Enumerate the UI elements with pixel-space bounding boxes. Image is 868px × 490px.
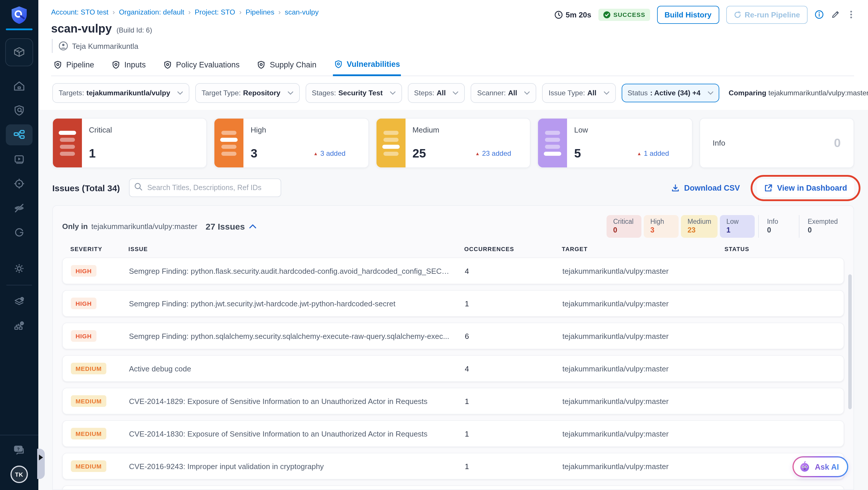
filter-dropdown[interactable]: Scanner: All	[471, 83, 536, 103]
download-csv-button[interactable]: Download CSV	[671, 183, 740, 192]
breadcrumb-link[interactable]: scan-vulpy	[285, 8, 319, 16]
occurrences-count: 6	[465, 332, 562, 340]
severity-chip[interactable]: Exempted 0	[799, 215, 844, 238]
severity-card-name: Low	[574, 126, 588, 134]
edit-pipeline-button[interactable]	[831, 10, 840, 19]
breadcrumb-link[interactable]: Pipelines	[245, 8, 274, 16]
severity-card-count: 3	[251, 147, 257, 160]
tab[interactable]: Supply Chain	[256, 58, 318, 75]
issue-row[interactable]: MEDIUM Active debug code 4 tejakummariku…	[62, 355, 844, 382]
ask-ai-button[interactable]: Ask AI	[793, 456, 848, 477]
tab[interactable]: Pipeline	[52, 58, 95, 75]
build-history-button[interactable]: Build History	[657, 5, 719, 24]
filter-value: All	[508, 89, 517, 97]
issues-table-body: HIGH Semgrep Finding: python.flask.secur…	[62, 257, 844, 490]
issue-row[interactable]: MEDIUM	[62, 485, 844, 490]
severity-level-bar	[376, 119, 406, 167]
issue-row[interactable]: MEDIUM CVE-2014-1829: Exposure of Sensit…	[62, 388, 844, 415]
chip-value: 0	[613, 226, 635, 234]
severity-card-count: 5	[574, 147, 581, 160]
sidebar-item-executions[interactable]	[6, 149, 33, 170]
filter-value: Security Test	[338, 89, 383, 97]
view-in-dashboard-button[interactable]: View in Dashboard	[764, 183, 847, 192]
sidebar-item-pipelines[interactable]	[6, 124, 33, 145]
filter-dropdown[interactable]: Steps: All	[408, 83, 465, 103]
chip-label: Critical	[613, 218, 635, 225]
main-area: Account: STO test › Organization: defaul…	[38, 0, 868, 490]
severity-level-bar	[538, 119, 567, 167]
breadcrumb-link[interactable]: Project: STO	[195, 8, 235, 16]
pipelines-icon	[13, 128, 26, 141]
more-options-button[interactable]	[847, 10, 855, 19]
breadcrumb-separator-icon: ›	[278, 8, 281, 16]
help-button[interactable]: ?	[12, 443, 26, 456]
severity-chip[interactable]: Low 1	[720, 215, 755, 238]
triangle-up-icon: ▲	[637, 151, 642, 156]
triggered-by-name[interactable]: Teja Kummarikuntla	[72, 41, 138, 50]
title-row: scan-vulpy (Build Id: 6)	[51, 22, 854, 35]
issue-row[interactable]: HIGH Semgrep Finding: python.jwt.securit…	[62, 290, 844, 317]
module-indicator-bar	[6, 29, 33, 30]
added-count: 1 added	[644, 149, 669, 157]
severity-card-name: High	[251, 126, 267, 134]
refresh-icon	[734, 11, 741, 18]
comparing-label: Comparing	[728, 89, 766, 97]
severity-badge: HIGH	[71, 265, 96, 277]
tab[interactable]: Inputs	[111, 58, 147, 75]
chip-value: 23	[688, 226, 711, 234]
filter-dropdown[interactable]: Stages: Security Test	[305, 83, 402, 103]
added-count: 23 added	[482, 149, 511, 157]
user-avatar[interactable]: TK	[10, 466, 28, 483]
filter-label: Status	[627, 89, 648, 97]
sidebar-item-org-setup[interactable]	[6, 316, 33, 337]
severity-added-indicator: ▲ 3 added	[313, 149, 346, 157]
filter-dropdown[interactable]: Issue Type: All	[542, 83, 616, 103]
nav-icons	[6, 72, 33, 337]
issue-row[interactable]: HIGH Semgrep Finding: python.sqlalchemy.…	[62, 323, 844, 349]
severity-summary-row: Critical 1 High 3	[52, 118, 854, 168]
issue-row[interactable]: MEDIUM CVE-2016-9243: Improper input val…	[62, 453, 844, 480]
sidebar-item-scans[interactable]	[6, 100, 33, 121]
filter-label: Issue Type:	[549, 89, 585, 97]
sidebar-item-home[interactable]	[6, 75, 33, 96]
pipeline-info-button[interactable]	[814, 10, 824, 19]
severity-chip[interactable]: Info 0	[758, 215, 795, 238]
only-in-label: Only in	[62, 222, 88, 231]
severity-chip[interactable]: Medium 23	[681, 215, 718, 238]
sidebar-item-exemptions[interactable]	[6, 197, 33, 219]
tab[interactable]: Policy Evaluations	[162, 58, 241, 75]
group-issue-count[interactable]: 27 Issues	[206, 221, 256, 231]
issue-target: tejakummarikuntla/vulpy:master	[562, 364, 725, 373]
issues-search	[129, 179, 281, 197]
chip-label: Info	[767, 218, 789, 225]
filter-dropdown[interactable]: Targets: tejakummarikuntla/vulpy	[52, 83, 189, 103]
sidebar-collapse-handle[interactable]	[37, 449, 45, 479]
issues-toolbar: Issues (Total 34)	[52, 179, 854, 197]
severity-chip[interactable]: High 3	[644, 215, 679, 238]
issue-target: tejakummarikuntla/vulpy:master	[562, 397, 725, 405]
breadcrumb-link[interactable]: Organization: default	[119, 8, 184, 16]
filter-dropdown[interactable]: Target Type: Repository	[195, 83, 300, 103]
severity-chip[interactable]: Critical 0	[607, 215, 642, 238]
triggered-by: Teja Kummarikuntla	[52, 39, 854, 53]
chevron-down-icon	[453, 91, 459, 95]
harness-sto-logo[interactable]	[6, 6, 33, 30]
issues-scrollbar-thumb[interactable]	[848, 274, 852, 409]
sidebar-item-monitoring[interactable]	[6, 222, 33, 243]
sidebar-item-project-setup[interactable]	[6, 291, 33, 312]
issue-row[interactable]: HIGH Semgrep Finding: python.flask.secur…	[62, 257, 844, 284]
filter-dropdown[interactable]: Status : Active (34) +4	[621, 84, 719, 102]
issue-title: CVE-2014-1829: Exposure of Sensitive Inf…	[129, 397, 465, 405]
help-chat-icon: ?	[12, 443, 26, 456]
breadcrumb-link[interactable]: Account: STO test	[51, 8, 108, 16]
sidebar-item-targets[interactable]	[6, 173, 33, 194]
sidebar-item-settings[interactable]	[6, 258, 33, 279]
module-selector-button[interactable]	[5, 38, 33, 66]
search-input[interactable]	[129, 179, 281, 197]
rerun-pipeline-button[interactable]: Re-run Pipeline	[726, 5, 808, 24]
build-id: (Build Id: 6)	[117, 26, 152, 34]
occurrences-count: 1	[465, 299, 562, 308]
issue-row[interactable]: MEDIUM CVE-2014-1830: Exposure of Sensit…	[62, 420, 844, 447]
tab[interactable]: Vulnerabilities	[333, 58, 401, 76]
severity-badge: HIGH	[71, 330, 96, 342]
